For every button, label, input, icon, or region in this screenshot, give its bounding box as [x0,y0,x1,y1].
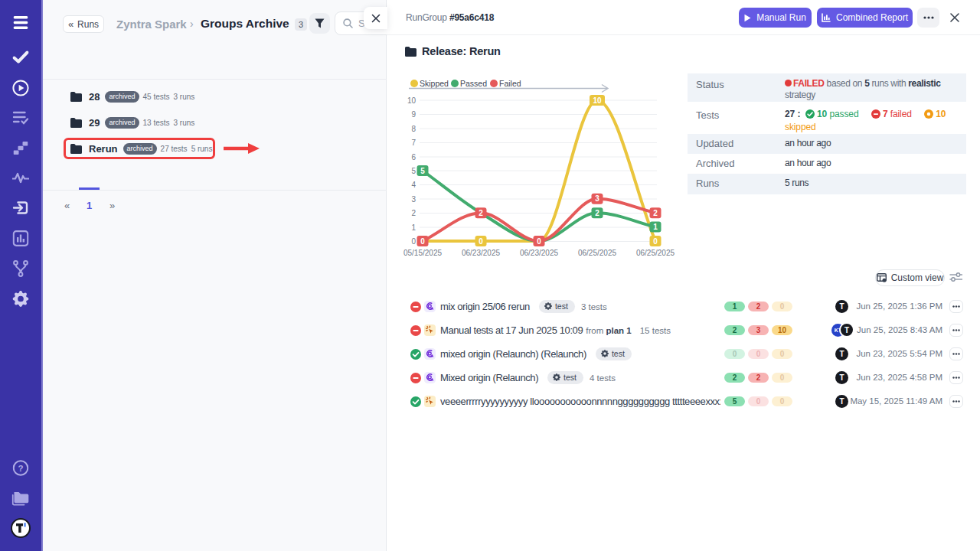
svg-text:3: 3 [595,194,599,203]
svg-text:10: 10 [593,96,602,105]
svg-text:7: 7 [411,139,416,147]
svg-text:0: 0 [420,237,425,246]
svg-text:1: 1 [411,223,416,232]
svg-text:?: ? [18,464,23,473]
svg-text:5: 5 [411,167,416,175]
svg-text:06/23/2025: 06/23/2025 [462,249,500,257]
svg-text:6: 6 [411,153,416,161]
svg-text:06/23/2025: 06/23/2025 [520,249,558,257]
svg-text:06/25/2025: 06/25/2025 [578,249,616,257]
svg-text:1: 1 [653,223,658,231]
svg-text:0: 0 [411,237,416,246]
svg-text:2: 2 [411,209,416,217]
svg-text:4: 4 [411,181,416,189]
svg-text:0: 0 [537,237,541,246]
svg-text:0: 0 [479,237,483,246]
svg-text:8: 8 [411,125,416,133]
svg-text:05/15/2025: 05/15/2025 [403,249,442,257]
svg-text:2: 2 [653,209,658,217]
svg-text:10: 10 [407,96,416,105]
svg-text:0: 0 [653,237,658,246]
svg-text:9: 9 [411,110,416,119]
svg-text:Passed: Passed [460,79,487,88]
svg-text:Failed: Failed [499,79,521,88]
svg-text:2: 2 [595,209,599,217]
svg-text:3: 3 [411,195,416,204]
svg-text:Skipped: Skipped [420,79,449,88]
svg-text:5: 5 [420,167,425,175]
svg-text:2: 2 [479,209,483,217]
svg-text:06/25/2025: 06/25/2025 [636,249,675,257]
